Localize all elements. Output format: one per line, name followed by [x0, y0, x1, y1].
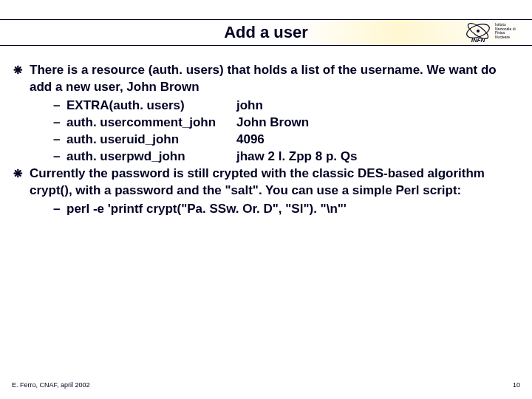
infn-logo: INFN Istituto Nazionale di Fisica Nuclea…	[464, 16, 516, 46]
bullet-text: Currently the password is still crypted …	[30, 166, 519, 200]
sub-key: auth. userpwd_john	[66, 149, 236, 166]
sub-item: – EXTRA(auth. users) john	[13, 98, 519, 115]
sub-item: – auth. useruid_john 4096	[13, 132, 519, 149]
sub-key: auth. useruid_john	[66, 132, 236, 149]
title-band: Add a user	[0, 19, 532, 46]
sub-val: john	[236, 98, 263, 115]
bullet-2: ❋ Currently the password is still crypte…	[13, 166, 519, 200]
content: ❋ There is a resource (auth. users) that…	[13, 62, 519, 217]
dash-icon: –	[53, 201, 66, 218]
page-number: 10	[513, 381, 520, 389]
bullet-icon: ❋	[13, 166, 30, 183]
dash-icon: –	[53, 98, 66, 115]
slide: Add a user INFN Istituto Nazionale di Fi…	[0, 0, 532, 399]
dash-icon: –	[53, 149, 66, 166]
svg-point-2	[477, 30, 480, 33]
sub-item: – auth. userpwd_john jhaw 2 l. Zpp 8 p. …	[13, 149, 519, 166]
sub-val: John Brown	[236, 115, 309, 132]
logo-main-text: INFN	[471, 37, 485, 44]
footer: E. Ferro, CNAF, april 2002 10	[12, 381, 520, 389]
bullet-icon: ❋	[13, 62, 30, 79]
slide-title: Add a user	[224, 23, 308, 42]
bullet-1: ❋ There is a resource (auth. users) that…	[13, 62, 519, 96]
footer-left: E. Ferro, CNAF, april 2002	[12, 381, 90, 389]
sub-val: 4096	[236, 132, 265, 149]
dash-icon: –	[53, 115, 66, 132]
sub-item: – perl -e 'printf crypt("Pa. SSw. Or. D"…	[13, 201, 519, 218]
logo-sub-text: Istituto Nazionale di Fisica Nucleare	[495, 23, 516, 39]
dash-icon: –	[53, 132, 66, 149]
sub-val: jhaw 2 l. Zpp 8 p. Qs	[236, 149, 357, 166]
sub-item: – auth. usercomment_john John Brown	[13, 115, 519, 132]
infn-logo-icon: INFN	[464, 18, 492, 44]
sub-key: perl -e 'printf crypt("Pa. SSw. Or. D", …	[66, 201, 347, 218]
bullet-text: There is a resource (auth. users) that h…	[30, 62, 519, 96]
sub-key: EXTRA(auth. users)	[66, 98, 236, 115]
sub-key: auth. usercomment_john	[66, 115, 236, 132]
